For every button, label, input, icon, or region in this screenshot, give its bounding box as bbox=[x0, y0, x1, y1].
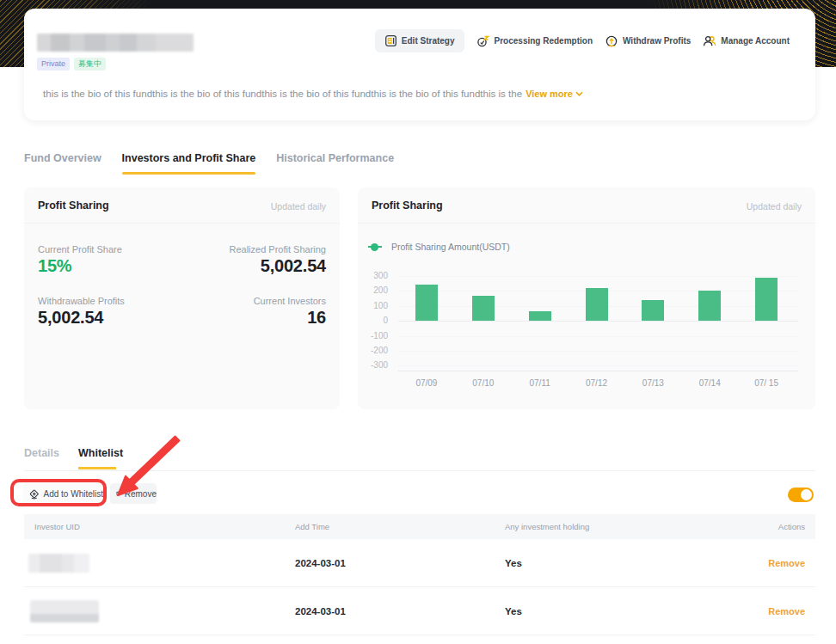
stat-label-realized-profit-sharing: Realized Profit Sharing bbox=[229, 244, 326, 255]
bar-slot bbox=[569, 276, 625, 321]
withdraw-profits-button[interactable]: Withdraw Profits bbox=[605, 34, 691, 48]
stat-value-realized-profit-sharing: 5,002.54 bbox=[261, 256, 326, 276]
stat-value-withdrawable-profits: 5,002.54 bbox=[38, 308, 103, 328]
chevron-down-icon bbox=[575, 91, 583, 96]
investor-uid-redacted bbox=[28, 554, 89, 573]
bar-slot bbox=[512, 276, 569, 321]
edit-strategy-button[interactable]: Edit Strategy bbox=[375, 29, 464, 52]
bar bbox=[529, 311, 551, 321]
bar-slot bbox=[624, 276, 681, 321]
card-title: Profit Sharing bbox=[38, 199, 109, 212]
private-badge: Private bbox=[37, 58, 70, 71]
investor-uid-redacted bbox=[30, 600, 99, 623]
processing-redemption-button[interactable]: Processing Redemption bbox=[476, 34, 593, 48]
bar bbox=[415, 285, 438, 321]
cell-holding: Yes bbox=[495, 558, 744, 568]
table-row: 2024-03-01 Yes Remove bbox=[24, 539, 815, 587]
bio-text: this is the bio of this fundthis is the … bbox=[43, 89, 522, 99]
bar-slot bbox=[455, 276, 512, 321]
edit-strategy-icon bbox=[384, 34, 397, 47]
main-tabs: Fund Overview Investors and Profit Share… bbox=[24, 152, 394, 172]
recruiting-badge: 募集中 bbox=[74, 58, 106, 71]
x-tick-label: 07/ 15 bbox=[738, 378, 795, 388]
card-header: Profit Sharing Updated daily bbox=[24, 187, 340, 224]
bar-slot bbox=[738, 276, 795, 321]
bar bbox=[586, 288, 608, 321]
bar bbox=[755, 278, 778, 321]
tabs-divider bbox=[24, 470, 815, 471]
y-tick-label: 0 bbox=[358, 316, 388, 325]
bar-slot bbox=[681, 276, 738, 321]
tab-historical-performance[interactable]: Historical Performance bbox=[276, 152, 394, 172]
chart-plot bbox=[398, 276, 795, 321]
gridline bbox=[398, 336, 798, 337]
tab-details[interactable]: Details bbox=[24, 447, 59, 468]
y-tick-label: 300 bbox=[358, 272, 388, 280]
whitelist-toggle[interactable] bbox=[788, 488, 814, 502]
stat-label-current-profit-share: Current Profit Share bbox=[38, 244, 122, 255]
card-header: Profit Sharing Updated daily bbox=[358, 187, 815, 224]
x-tick-label: 07/13 bbox=[624, 378, 681, 388]
updated-daily-label: Updated daily bbox=[271, 201, 326, 212]
manage-account-button[interactable]: Manage Account bbox=[703, 34, 790, 48]
withdraw-profits-label: Withdraw Profits bbox=[623, 36, 691, 46]
y-tick-label: -200 bbox=[358, 347, 388, 355]
remove-button-label: Remove bbox=[125, 489, 157, 499]
gridline bbox=[398, 365, 798, 366]
tab-investors-profit-share[interactable]: Investors and Profit Share bbox=[122, 152, 256, 172]
updated-daily-label: Updated daily bbox=[747, 201, 802, 212]
gridline bbox=[398, 351, 798, 352]
trash-icon bbox=[115, 488, 121, 500]
bar bbox=[642, 300, 664, 321]
card-title: Profit Sharing bbox=[372, 199, 443, 212]
processing-redemption-label: Processing Redemption bbox=[495, 36, 593, 46]
fund-header-card: Private 募集中 Edit Strategy Processing Red… bbox=[24, 9, 815, 120]
add-to-whitelist-button[interactable]: Add to Whitelist bbox=[23, 483, 103, 504]
tab-whitelist[interactable]: Whitelist bbox=[78, 447, 123, 468]
view-more-label: View more bbox=[526, 89, 573, 99]
withdraw-profits-icon bbox=[605, 34, 618, 48]
x-tick-label: 07/14 bbox=[681, 378, 738, 388]
y-tick-label: -100 bbox=[358, 332, 388, 340]
y-tick-label: 200 bbox=[358, 286, 388, 295]
y-tick-label: 100 bbox=[358, 302, 388, 310]
y-tick-label: -300 bbox=[358, 361, 388, 370]
chart-xlabels: 07/0907/1007/1107/1207/1307/1407/ 15 bbox=[398, 378, 795, 388]
view-more-link[interactable]: View more bbox=[526, 89, 583, 99]
header-actions: Edit Strategy Processing Redemption With… bbox=[375, 29, 790, 52]
add-icon bbox=[28, 488, 40, 500]
remove-button[interactable]: Remove bbox=[110, 483, 157, 504]
tab-fund-overview[interactable]: Fund Overview bbox=[24, 152, 101, 172]
row-remove-link[interactable]: Remove bbox=[768, 558, 805, 568]
profit-sharing-chart-card: Profit Sharing Updated daily Profit Shar… bbox=[358, 187, 815, 409]
add-to-whitelist-label: Add to Whitelist bbox=[44, 489, 103, 499]
x-tick-label: 07/09 bbox=[398, 378, 455, 388]
x-tick-label: 07/10 bbox=[455, 378, 512, 388]
edit-strategy-label: Edit Strategy bbox=[402, 36, 455, 46]
legend-marker-icon bbox=[368, 246, 382, 248]
chart-legend: Profit Sharing Amount(USDT) bbox=[368, 242, 510, 252]
bar bbox=[472, 296, 495, 321]
badges: Private 募集中 bbox=[37, 58, 106, 71]
detail-tabs: Details Whitelist bbox=[24, 447, 123, 468]
processing-redemption-icon bbox=[476, 34, 490, 48]
manage-account-icon bbox=[703, 34, 716, 48]
row-remove-link[interactable]: Remove bbox=[768, 606, 805, 616]
stat-value-current-profit-share: 15% bbox=[38, 256, 71, 276]
col-header-investor-uid: Investor UID bbox=[24, 522, 285, 531]
col-header-any-investment-holding: Any investment holding bbox=[495, 522, 744, 531]
stat-label-current-investors: Current Investors bbox=[254, 296, 326, 306]
stat-label-withdrawable-profits: Withdrawable Profits bbox=[38, 296, 125, 306]
cell-add-time: 2024-03-01 bbox=[285, 558, 495, 568]
legend-label: Profit Sharing Amount(USDT) bbox=[391, 242, 510, 252]
col-header-add-time: Add Time bbox=[285, 522, 495, 531]
manage-account-label: Manage Account bbox=[721, 36, 790, 46]
table-row: 2024-03-01 Yes Remove bbox=[24, 587, 815, 635]
fund-title-redacted bbox=[37, 34, 194, 52]
stat-value-current-investors: 16 bbox=[307, 308, 326, 328]
fund-bio: this is the bio of this fundthis is the … bbox=[43, 89, 583, 99]
bar bbox=[698, 291, 721, 321]
chart-axis-line bbox=[398, 371, 798, 371]
x-tick-label: 07/11 bbox=[512, 378, 569, 388]
cell-add-time: 2024-03-01 bbox=[285, 606, 495, 616]
